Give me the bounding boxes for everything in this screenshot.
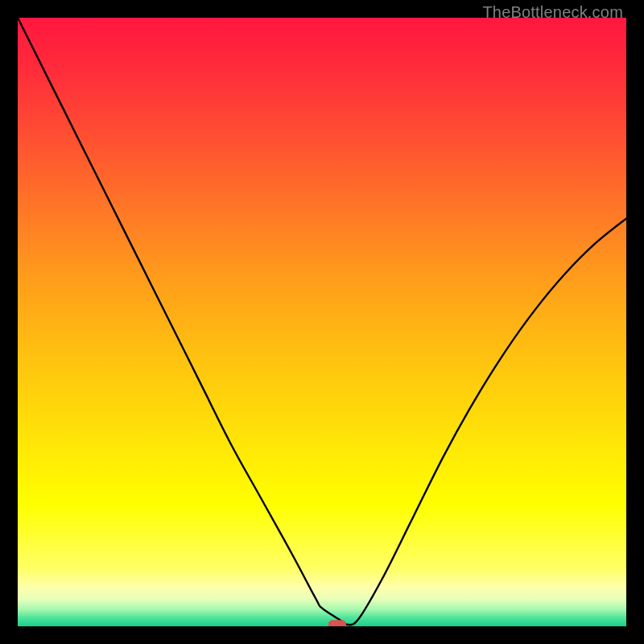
bottleneck-chart [18,18,626,626]
plot-area [18,18,626,626]
watermark-text: TheBottleneck.com [482,3,623,22]
chart-frame: TheBottleneck.com [0,0,644,644]
gradient-background [18,18,626,626]
optimum-marker [328,620,346,626]
